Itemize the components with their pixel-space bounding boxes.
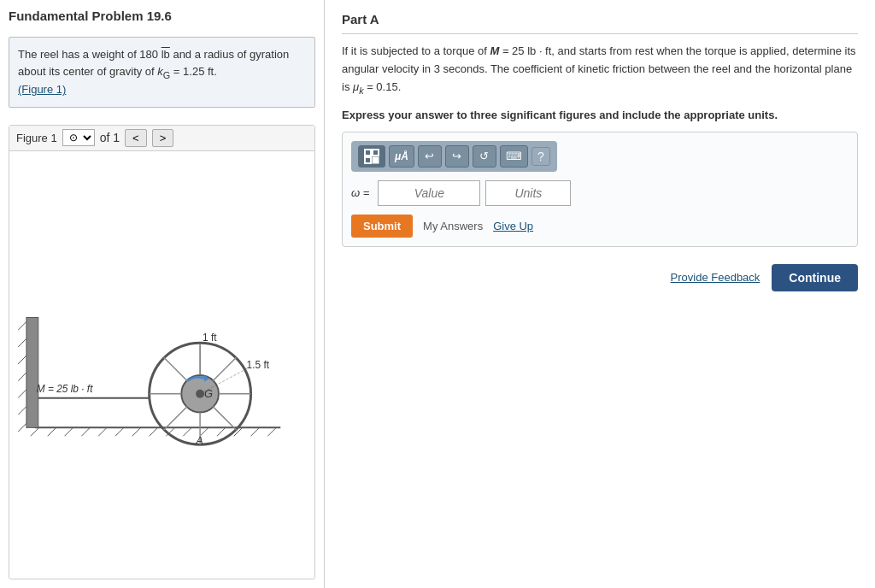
svg-line-19	[18, 356, 26, 364]
right-panel: Part A If it is subjected to a torque of…	[325, 0, 875, 588]
reset-button[interactable]: ↺	[473, 145, 496, 168]
my-answers-label: My Answers	[423, 220, 483, 232]
value-input[interactable]	[378, 180, 480, 206]
problem-text: If it is subjected to a torque of M = 25…	[342, 43, 858, 98]
figure-link[interactable]: (Figure 1)	[18, 83, 66, 96]
svg-rect-16	[26, 317, 38, 427]
svg-line-22	[18, 406, 26, 415]
svg-line-3	[65, 427, 73, 436]
svg-line-2	[48, 427, 56, 436]
matrix-button[interactable]	[358, 145, 385, 168]
svg-rect-45	[373, 150, 379, 156]
help-icon: ?	[537, 150, 544, 163]
input-row: ω =	[351, 180, 849, 206]
svg-line-20	[18, 373, 26, 381]
submit-button[interactable]: Submit	[351, 215, 413, 238]
svg-line-6	[115, 427, 124, 436]
answer-box: μÅ ↩ ↪ ↺ ⌨ ? ω = Submit	[342, 132, 858, 247]
units-input[interactable]	[485, 180, 571, 206]
figure-prev-button[interactable]: <	[125, 129, 147, 147]
svg-line-5	[98, 427, 107, 436]
svg-line-18	[18, 338, 26, 347]
desc-text-1: The reel has a weight of 180 lb and a ra…	[18, 48, 289, 78]
svg-line-33	[213, 357, 237, 381]
problem-instruction: Express your answer to three significant…	[342, 109, 858, 121]
left-panel: Fundamental Problem 19.6 The reel has a …	[0, 0, 325, 588]
svg-line-8	[150, 427, 158, 436]
keyboard-icon: ⌨	[506, 150, 522, 162]
svg-line-12	[217, 427, 226, 436]
svg-rect-46	[365, 157, 371, 163]
svg-line-32	[213, 406, 237, 430]
svg-line-34	[163, 406, 187, 430]
svg-text:G: G	[204, 387, 213, 400]
problem-description: The reel has a weight of 180 lb and a ra…	[9, 37, 315, 108]
help-button[interactable]: ?	[531, 147, 550, 166]
svg-rect-47	[373, 157, 379, 163]
svg-text:A: A	[195, 434, 203, 447]
omega-label: ω =	[351, 186, 369, 199]
svg-line-21	[18, 390, 26, 398]
svg-line-4	[81, 427, 90, 436]
mu-button[interactable]: μÅ	[389, 145, 414, 168]
problem-title: Fundamental Problem 19.6	[9, 9, 315, 23]
mu-label: μÅ	[395, 150, 408, 162]
reset-icon: ↺	[479, 150, 489, 162]
figure-header: Figure 1 ⊙ of 1 < >	[9, 126, 314, 151]
svg-rect-44	[365, 150, 371, 156]
svg-line-10	[183, 427, 191, 436]
figure-content: 1 ft 1.5 ft G M = 25 lb · ft A	[9, 151, 314, 577]
undo-button[interactable]: ↩	[418, 145, 442, 168]
svg-line-31	[163, 357, 187, 381]
svg-line-14	[251, 427, 260, 436]
svg-text:1.5 ft: 1.5 ft	[247, 359, 270, 371]
svg-line-17	[18, 321, 26, 330]
figure-select[interactable]: ⊙	[62, 129, 95, 146]
matrix-icon	[364, 149, 379, 164]
redo-icon: ↪	[452, 150, 461, 162]
keyboard-button[interactable]: ⌨	[500, 145, 528, 168]
submit-row: Submit My Answers Give Up	[351, 215, 849, 238]
figure-label: Figure 1	[16, 132, 57, 144]
svg-text:1 ft: 1 ft	[203, 332, 217, 344]
svg-text:M = 25 lb · ft: M = 25 lb · ft	[37, 383, 93, 395]
provide-feedback-link[interactable]: Provide Feedback	[671, 271, 760, 284]
figure-next-button[interactable]: >	[152, 129, 174, 147]
svg-line-1	[31, 427, 39, 436]
bottom-row: Provide Feedback Continue	[342, 264, 858, 291]
svg-line-23	[18, 423, 26, 432]
svg-line-7	[132, 427, 141, 436]
part-title: Part A	[342, 12, 858, 34]
figure-of: of 1	[100, 131, 120, 144]
svg-line-15	[267, 427, 276, 436]
answer-toolbar: μÅ ↩ ↪ ↺ ⌨ ?	[351, 141, 557, 172]
give-up-link[interactable]: Give Up	[493, 220, 533, 232]
figure-svg: 1 ft 1.5 ft G M = 25 lb · ft A	[18, 266, 306, 462]
redo-button[interactable]: ↪	[445, 145, 469, 168]
continue-button[interactable]: Continue	[772, 264, 858, 291]
undo-icon: ↩	[425, 150, 434, 162]
figure-container: Figure 1 ⊙ of 1 < >	[9, 125, 315, 579]
